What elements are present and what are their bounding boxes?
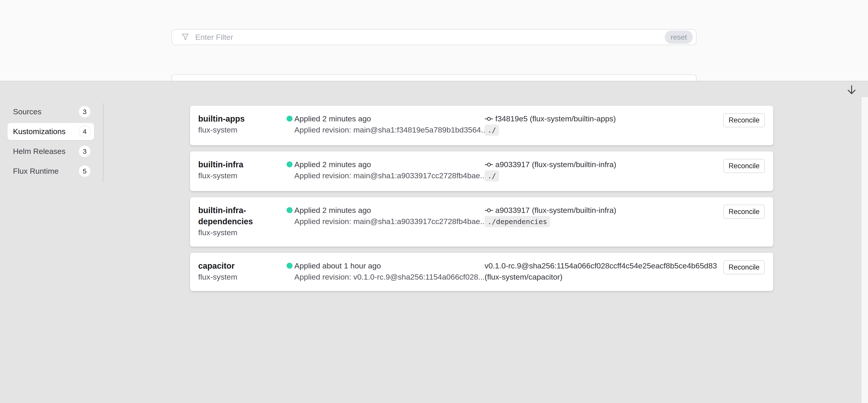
resources-panel: Sources 3 Kustomizations 4 Helm Releases… <box>0 81 868 403</box>
status-ready-dot <box>287 207 292 213</box>
status-text: Applied 2 minutes ago <box>294 113 485 124</box>
count-badge: 4 <box>79 126 91 137</box>
card-status-col: Applied 2 minutes ago Applied revision: … <box>287 159 485 181</box>
status-ready-dot <box>287 263 292 269</box>
sidebar-item-flux-runtime[interactable]: Flux Runtime 5 <box>7 163 94 180</box>
reconcile-button[interactable]: Reconcile <box>723 205 765 219</box>
panel-sidebar: Sources 3 Kustomizations 4 Helm Releases… <box>7 103 94 182</box>
card-status-col: Applied about 1 hour ago Applied revisio… <box>287 260 485 282</box>
card-name-col: builtin-infra flux-system <box>198 159 287 181</box>
kustomization-namespace: flux-system <box>198 271 287 282</box>
status-text: Applied 2 minutes ago <box>294 159 485 170</box>
kustomization-namespace: flux-system <box>198 170 287 181</box>
sidebar-item-sources[interactable]: Sources 3 <box>7 103 94 120</box>
reset-filter-button[interactable]: reset <box>665 31 693 44</box>
status-ready-dot <box>287 116 292 122</box>
filter-input[interactable] <box>195 33 665 42</box>
applied-ref: a9033917 (flux-system/builtin-infra) <box>495 159 616 170</box>
kustomization-name: builtin-apps <box>198 113 287 124</box>
sidebar-item-label: Kustomizations <box>13 127 66 136</box>
path-chip: ./ <box>485 170 499 181</box>
applied-ref: a9033917 (flux-system/builtin-infra) <box>495 205 616 216</box>
card-ref-col: a9033917 (flux-system/builtin-infra) ./ <box>485 159 728 182</box>
kustomization-name: capacitor <box>198 260 287 271</box>
git-commit-icon <box>485 114 493 123</box>
reconcile-button[interactable]: Reconcile <box>723 113 765 127</box>
kustomization-card-builtin-infra[interactable]: builtin-infra flux-system Applied 2 minu… <box>190 152 773 191</box>
card-ref-col: f34819e5 (flux-system/builtin-apps) ./ <box>485 113 728 137</box>
reconcile-button[interactable]: Reconcile <box>723 159 765 173</box>
sidebar-item-label: Sources <box>13 107 41 116</box>
count-badge: 5 <box>79 165 91 177</box>
sidebar-item-label: Flux Runtime <box>13 167 59 175</box>
revision-text: Applied revision: main@sha1:a9033917cc27… <box>294 216 485 227</box>
applied-ref: f34819e5 (flux-system/builtin-apps) <box>495 113 616 124</box>
git-commit-icon <box>485 160 493 169</box>
card-name-col: builtin-apps flux-system <box>198 113 287 135</box>
filter-funnel-icon <box>181 32 190 42</box>
kustomization-name: builtin-infra <box>198 159 287 170</box>
kustomization-list: builtin-apps flux-system Applied 2 minut… <box>190 106 773 297</box>
card-status-col: Applied 2 minutes ago Applied revision: … <box>287 113 485 135</box>
card-status-col: Applied 2 minutes ago Applied revision: … <box>287 205 485 227</box>
path-chip: ./ <box>485 125 499 136</box>
sidebar-divider <box>103 103 103 182</box>
kustomization-namespace: flux-system <box>198 124 287 135</box>
path-chip: ./dependencies <box>485 216 550 227</box>
sidebar-item-kustomizations[interactable]: Kustomizations 4 <box>7 123 94 140</box>
applied-ref-target: (flux-system/capacitor) <box>485 271 728 282</box>
kustomization-card-capacitor[interactable]: capacitor flux-system Applied about 1 ho… <box>190 253 773 291</box>
kustomization-namespace: flux-system <box>198 227 287 238</box>
sidebar-item-helm-releases[interactable]: Helm Releases 3 <box>7 143 94 160</box>
filter-bar: reset <box>172 29 696 45</box>
revision-text: Applied revision: v0.1.0-rc.9@sha256:115… <box>294 271 485 282</box>
applied-artifact-ref: v0.1.0-rc.9@sha256:1154a066cf028ccff4c54… <box>485 260 717 271</box>
git-commit-icon <box>485 206 493 215</box>
card-ref-col: a9033917 (flux-system/builtin-infra) ./d… <box>485 205 728 228</box>
arrow-down-icon <box>845 83 858 96</box>
collapse-panel-button[interactable] <box>845 83 859 97</box>
status-text: Applied about 1 hour ago <box>294 260 485 271</box>
status-ready-dot <box>287 161 292 167</box>
card-ref-col: v0.1.0-rc.9@sha256:1154a066cf028ccff4c54… <box>485 260 728 282</box>
count-badge: 3 <box>79 145 91 157</box>
reconcile-button[interactable]: Reconcile <box>723 260 765 274</box>
status-text: Applied 2 minutes ago <box>294 205 485 216</box>
panel-scrollbar[interactable] <box>862 97 868 403</box>
card-name-col: capacitor flux-system <box>198 260 287 282</box>
card-name-col: builtin-infra-dependencies flux-system <box>198 205 287 238</box>
kustomization-card-builtin-infra-dependencies[interactable]: builtin-infra-dependencies flux-system A… <box>190 197 773 246</box>
count-badge: 3 <box>79 106 91 118</box>
sidebar-item-label: Helm Releases <box>13 147 66 156</box>
revision-text: Applied revision: main@sha1:a9033917cc27… <box>294 170 485 181</box>
kustomization-name: builtin-infra-dependencies <box>198 205 287 227</box>
revision-text: Applied revision: main@sha1:f34819e5a789… <box>294 124 485 135</box>
kustomization-card-builtin-apps[interactable]: builtin-apps flux-system Applied 2 minut… <box>190 106 773 145</box>
